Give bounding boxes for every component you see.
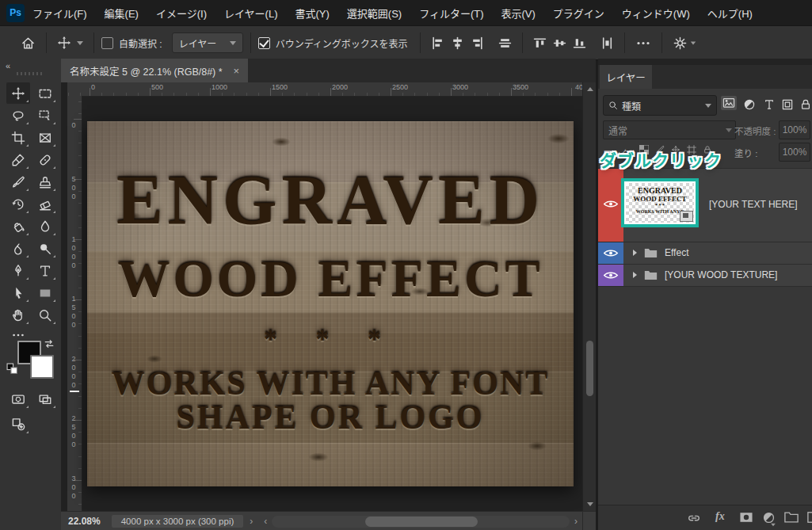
scroll-up-icon[interactable] bbox=[587, 87, 593, 91]
layer-name[interactable]: Effect bbox=[665, 247, 688, 258]
layer-thumbnail[interactable]: ENGRAVED WOOD EFFECT * * * WORKS WITH AN… bbox=[626, 183, 694, 223]
align-vertical-centers-button[interactable] bbox=[495, 36, 515, 50]
new-group-button[interactable] bbox=[784, 511, 799, 523]
filter-adjustment-layers-button[interactable] bbox=[743, 98, 756, 111]
more-options-button[interactable] bbox=[632, 36, 654, 50]
align-vertical-middles-button[interactable] bbox=[550, 36, 570, 50]
expand-group-icon[interactable] bbox=[633, 250, 637, 256]
menu-file[interactable]: ファイル(F) bbox=[32, 6, 87, 21]
layer-filter-dropdown[interactable]: 種類 bbox=[603, 95, 717, 116]
clone-stamp-tool-button[interactable] bbox=[33, 171, 57, 193]
horizontal-scrollbar-thumb[interactable] bbox=[365, 517, 478, 527]
object-selection-tool-button[interactable] bbox=[33, 105, 57, 126]
eye-icon[interactable] bbox=[603, 270, 619, 280]
shape-tool-button[interactable] bbox=[33, 282, 57, 303]
history-brush-tool-button[interactable] bbox=[6, 193, 30, 215]
vertical-scrollbar-thumb[interactable] bbox=[586, 341, 593, 396]
layer-style-button[interactable]: fx bbox=[715, 510, 725, 523]
type-tool-button[interactable] bbox=[33, 260, 57, 281]
vertical-scrollbar[interactable] bbox=[582, 82, 596, 511]
add-layer-mask-button[interactable] bbox=[739, 511, 753, 524]
lasso-tool-button[interactable] bbox=[6, 105, 30, 126]
canvas-artwork[interactable]: ENGRAVED WOOD EFFECT * * * WORKS WITH AN… bbox=[87, 121, 574, 486]
smudge-tool-button[interactable] bbox=[6, 238, 30, 259]
shapes-library-button[interactable] bbox=[6, 414, 30, 435]
collapse-panels-button[interactable]: « bbox=[6, 61, 10, 71]
align-left-edges-button[interactable] bbox=[428, 36, 448, 50]
scroll-left-button[interactable]: ‹ bbox=[264, 516, 267, 527]
status-expand-button[interactable]: › bbox=[250, 516, 253, 527]
auto-select-checkbox[interactable] bbox=[101, 37, 113, 49]
menu-help[interactable]: ヘルプ(H) bbox=[707, 6, 753, 21]
workspace-settings-button[interactable] bbox=[669, 36, 700, 51]
scroll-right-button[interactable]: › bbox=[574, 516, 578, 527]
auto-select-dropdown[interactable]: レイヤー bbox=[172, 32, 243, 53]
filter-pixel-layers-button[interactable] bbox=[721, 96, 737, 110]
brush-tool-button[interactable] bbox=[6, 171, 30, 193]
background-color-swatch[interactable] bbox=[30, 355, 54, 379]
swap-colors-button[interactable] bbox=[43, 337, 55, 350]
show-bounding-box-checkbox[interactable] bbox=[258, 37, 270, 49]
menu-select[interactable]: 選択範囲(S) bbox=[347, 6, 402, 21]
quick-mask-mode-button[interactable] bbox=[6, 388, 30, 410]
align-right-edges-button[interactable] bbox=[467, 36, 487, 50]
move-tool-button[interactable] bbox=[6, 82, 30, 104]
move-tool-preset-button[interactable] bbox=[54, 36, 86, 50]
document-tab[interactable]: 名称未設定 5 @ 22.1% (RGB/8#) * × bbox=[61, 59, 248, 82]
layer-row-your-text-here[interactable]: ENGRAVED WOOD EFFECT * * * WORKS WITH AN… bbox=[598, 168, 812, 242]
menu-plugins[interactable]: プラグイン bbox=[553, 6, 604, 21]
filter-smart-objects-button[interactable] bbox=[799, 98, 812, 111]
close-icon[interactable]: × bbox=[234, 65, 240, 77]
menu-filter[interactable]: フィルター(T) bbox=[419, 6, 483, 21]
layer-row-effect[interactable]: Effect bbox=[598, 242, 812, 264]
menu-view[interactable]: 表示(V) bbox=[501, 6, 536, 21]
crop-tool-button[interactable] bbox=[6, 127, 30, 148]
filter-type-layers-button[interactable] bbox=[763, 98, 776, 111]
marquee-tool-button[interactable] bbox=[33, 82, 57, 104]
align-top-edges-button[interactable] bbox=[530, 36, 550, 50]
frame-tool-button[interactable] bbox=[33, 127, 57, 148]
zoom-level-value[interactable]: 22.08% bbox=[68, 516, 101, 527]
blend-mode-dropdown[interactable]: 通常 bbox=[603, 120, 736, 139]
fill-field[interactable]: 100% bbox=[779, 143, 810, 162]
menu-edit[interactable]: 編集(E) bbox=[105, 6, 139, 21]
link-layers-button[interactable] bbox=[687, 511, 701, 525]
eye-icon[interactable] bbox=[603, 199, 619, 209]
horizontal-scrollbar[interactable] bbox=[272, 516, 570, 528]
zoom-tool-button[interactable] bbox=[33, 304, 57, 326]
home-button[interactable] bbox=[17, 36, 39, 51]
default-colors-button[interactable] bbox=[6, 363, 18, 375]
expand-group-icon[interactable] bbox=[633, 272, 637, 278]
distribute-horizontal-button[interactable] bbox=[597, 36, 617, 50]
dodge-tool-button[interactable] bbox=[33, 238, 57, 259]
opacity-field[interactable]: 100% bbox=[779, 120, 810, 139]
healing-brush-tool-button[interactable] bbox=[33, 149, 57, 170]
path-selection-tool-button[interactable] bbox=[6, 282, 30, 303]
photoshop-logo[interactable]: Ps bbox=[6, 4, 25, 22]
align-horizontal-centers-button[interactable] bbox=[448, 36, 467, 50]
scroll-down-icon[interactable] bbox=[587, 502, 593, 506]
tab-layers[interactable]: レイヤー bbox=[600, 65, 652, 89]
layer-thumbnail-highlight[interactable]: ENGRAVED WOOD EFFECT * * * WORKS WITH AN… bbox=[621, 178, 699, 227]
menu-type[interactable]: 書式(Y) bbox=[295, 6, 329, 21]
screen-mode-button[interactable] bbox=[33, 388, 57, 410]
eye-icon[interactable] bbox=[603, 248, 619, 258]
layer-color-label bbox=[598, 169, 623, 242]
fill-tool-button[interactable] bbox=[6, 215, 30, 237]
toolbox-grip-handle[interactable] bbox=[17, 72, 44, 75]
menu-layer[interactable]: レイヤー(L) bbox=[224, 6, 278, 21]
hand-tool-button[interactable] bbox=[6, 304, 30, 326]
menu-image[interactable]: イメージ(I) bbox=[156, 6, 207, 21]
eraser-tool-button[interactable] bbox=[33, 193, 57, 215]
eyedropper-tool-button[interactable] bbox=[6, 149, 30, 170]
blur-tool-button[interactable] bbox=[33, 215, 57, 237]
layer-name[interactable]: [YOUR TEXT HERE] bbox=[709, 199, 798, 210]
layer-name[interactable]: [YOUR WOOD TEXTURE] bbox=[665, 269, 777, 280]
new-layer-button[interactable] bbox=[806, 511, 812, 524]
pen-tool-button[interactable] bbox=[6, 260, 30, 281]
new-adjustment-layer-button[interactable] bbox=[762, 511, 776, 527]
filter-shape-layers-button[interactable] bbox=[781, 98, 794, 111]
align-bottom-edges-button[interactable] bbox=[570, 36, 589, 50]
layer-row-wood-texture[interactable]: [YOUR WOOD TEXTURE] bbox=[598, 264, 812, 287]
menu-window[interactable]: ウィンドウ(W) bbox=[622, 6, 690, 21]
